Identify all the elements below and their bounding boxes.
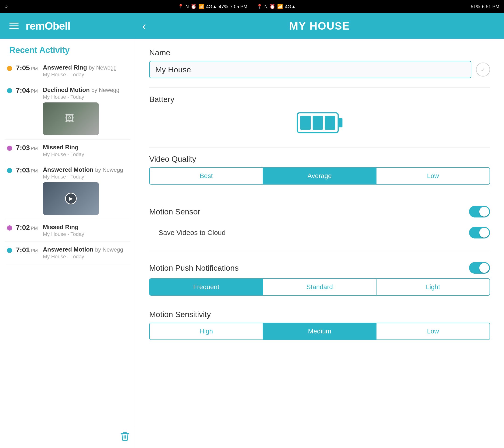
time-ampm: PM — [31, 66, 38, 71]
activity-thumbnail[interactable]: ▶ — [43, 182, 99, 215]
left-panel: Recent Activity 7:05PMAnswered Ring by N… — [0, 39, 135, 448]
hamburger-line-3 — [9, 28, 19, 29]
activity-time: 7:03PM — [16, 166, 39, 174]
time-ampm: PM — [31, 226, 38, 231]
activity-time: 7:05PM — [16, 64, 39, 72]
sens-medium[interactable]: Medium — [263, 323, 376, 339]
battery-seg-3 — [325, 116, 335, 130]
save-videos-toggle[interactable] — [469, 227, 490, 238]
activity-item[interactable]: 7:05PMAnswered Ring by NeweggMy House - … — [5, 60, 130, 82]
motion-sensor-toggle[interactable] — [469, 206, 490, 217]
nfc-icon: N — [186, 4, 189, 9]
activity-action: Answered Motion by Newegg — [43, 166, 128, 173]
name-input-row: ✓ — [149, 61, 490, 78]
freq-light[interactable]: Light — [377, 279, 489, 295]
header-left: remObell — [0, 13, 135, 39]
app-header: remObell ‹ MY HOUSE — [0, 13, 504, 39]
motion-push-row: Motion Push Notifications — [149, 257, 490, 278]
activity-dot — [7, 248, 12, 253]
activity-details: Declined Motion by NeweggMy House - Toda… — [43, 86, 128, 135]
time-hour: 7:05 — [16, 64, 30, 72]
activity-action: Declined Motion by Newegg — [43, 86, 128, 94]
video-quality-low[interactable]: Low — [377, 168, 489, 184]
wifi-icon: 📶 — [198, 4, 204, 9]
r-location-icon: 📍 — [257, 4, 263, 9]
video-quality-label: Video Quality — [149, 155, 490, 164]
activity-location: My House - Today — [43, 231, 128, 237]
name-section: Name ✓ — [149, 48, 490, 78]
activity-by: by Newegg — [89, 64, 117, 71]
activity-location: My House - Today — [43, 254, 128, 260]
menu-button[interactable] — [9, 23, 19, 29]
activity-dot — [7, 88, 12, 93]
activity-item[interactable]: 7:01PMAnswered Motion by NeweggMy House … — [5, 242, 130, 264]
activity-list: 7:05PMAnswered Ring by NeweggMy House - … — [0, 60, 135, 426]
time-hour: 7:02 — [16, 224, 30, 232]
battery-section: Battery — [149, 95, 490, 138]
motion-sensor-label: Motion Sensor — [149, 207, 200, 216]
freq-standard[interactable]: Standard — [263, 279, 376, 295]
video-quality-average[interactable]: Average — [263, 168, 376, 184]
name-input[interactable] — [149, 61, 471, 78]
divider-1 — [149, 87, 490, 88]
activity-thumbnail[interactable]: 🖼 — [43, 102, 99, 135]
delete-button[interactable] — [120, 431, 130, 443]
activity-item[interactable]: 7:03PMMissed RingMy House - Today — [5, 139, 130, 162]
sens-high[interactable]: High — [150, 323, 263, 339]
activity-details: Answered Motion by NeweggMy House - Toda… — [43, 246, 128, 260]
motion-sensitivity-section: Motion Sensitivity High Medium Low — [149, 310, 490, 340]
time-hour: 7:04 — [16, 86, 30, 94]
left-panel-footer — [0, 426, 135, 448]
activity-location: My House - Today — [43, 72, 128, 78]
brand-logo: remObell — [26, 19, 70, 32]
name-confirm-button[interactable]: ✓ — [476, 62, 490, 77]
activity-details: Answered Ring by NeweggMy House - Today — [43, 64, 128, 78]
divider-4 — [149, 250, 490, 250]
motion-push-freq-section: Frequent Standard Light — [149, 278, 490, 296]
motion-sensitivity-control: High Medium Low — [149, 323, 490, 340]
sens-low[interactable]: Low — [377, 323, 489, 339]
activity-action: Answered Ring by Newegg — [43, 64, 128, 71]
header-right: ‹ MY HOUSE — [135, 13, 504, 39]
activity-item[interactable]: 7:02PMMissed RingMy House - Today — [5, 219, 130, 242]
activity-item[interactable]: 7:04PMDeclined Motion by NeweggMy House … — [5, 82, 130, 139]
r-nfc-icon: N — [264, 4, 268, 9]
alarm-icon: ⏰ — [191, 4, 197, 9]
left-status-circle: ○ — [5, 3, 8, 10]
page-title: MY HOUSE — [289, 19, 350, 32]
video-quality-section: Video Quality Best Average Low — [149, 155, 490, 185]
save-videos-label: Save Videos to Cloud — [159, 229, 226, 237]
back-button[interactable]: ‹ — [142, 20, 146, 32]
right-status-icons-left: 📍 N ⏰ 📶 4G▲ — [257, 4, 296, 9]
activity-item[interactable]: 7:03PMAnswered Motion by NeweggMy House … — [5, 162, 130, 219]
status-bar-right: 📍 N ⏰ 📶 4G▲ 51% 6:51 PM — [252, 0, 504, 13]
battery-visual — [297, 112, 342, 133]
battery-tip — [339, 118, 342, 127]
signal-icon: 4G▲ — [206, 4, 217, 9]
activity-action: Missed Ring — [43, 224, 128, 231]
play-button[interactable]: ▶ — [65, 193, 77, 204]
time-hour: 7:03 — [16, 144, 30, 152]
main-content: Recent Activity 7:05PMAnswered Ring by N… — [0, 39, 504, 448]
activity-by: by Newegg — [95, 167, 123, 173]
time-hour: 7:03 — [16, 166, 30, 174]
r-alarm-icon: ⏰ — [270, 4, 275, 9]
r-signal-icon: 4G▲ — [285, 4, 296, 9]
activity-by: by Newegg — [95, 246, 123, 253]
hamburger-line-1 — [9, 23, 19, 23]
activity-dot — [7, 66, 12, 71]
freq-frequent[interactable]: Frequent — [150, 279, 263, 295]
activity-time: 7:04PM — [16, 86, 39, 94]
time-ampm: PM — [31, 248, 38, 253]
right-time: 6:51 PM — [482, 4, 499, 9]
motion-push-toggle[interactable] — [469, 262, 490, 274]
r-wifi-icon: 📶 — [277, 4, 283, 9]
activity-time: 7:02PM — [16, 224, 39, 232]
time-ampm: PM — [31, 146, 38, 151]
activity-dot — [7, 146, 12, 151]
left-status-icons: 📍 N ⏰ 📶 4G▲ 47% 7:05 PM — [178, 4, 247, 9]
video-quality-best[interactable]: Best — [150, 168, 263, 184]
left-time: 7:05 PM — [230, 4, 247, 9]
save-videos-row: Save Videos to Cloud — [149, 222, 490, 243]
divider-2 — [149, 147, 490, 147]
